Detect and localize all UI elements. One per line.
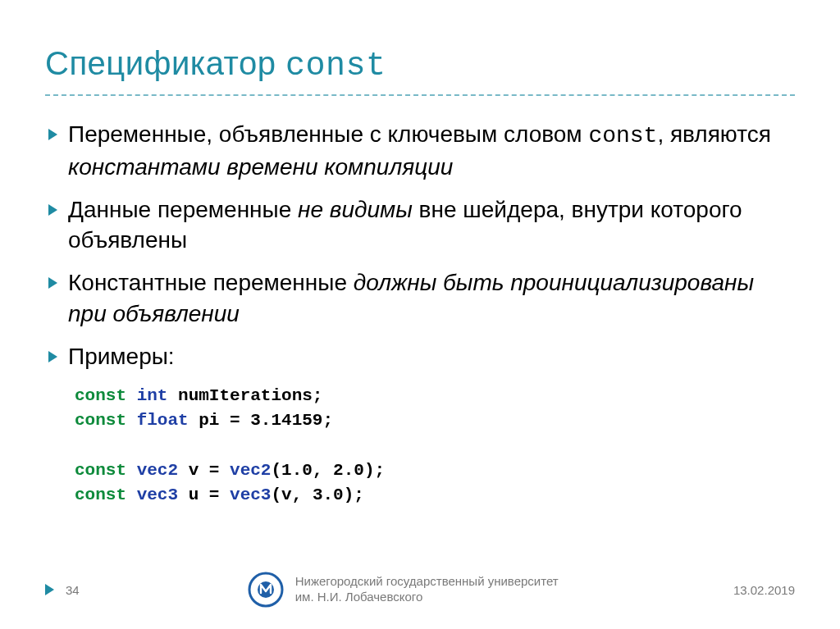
code-rest: (v, 3.0); bbox=[271, 485, 363, 504]
slide-footer: 34 Нижегородский государственный универс… bbox=[0, 572, 840, 608]
emphasis-text: не видимы bbox=[298, 197, 413, 222]
code-rest: u = bbox=[178, 485, 230, 504]
emphasis-text: константами времени компиляции bbox=[68, 154, 453, 180]
university-name-line2: им. Н.И. Лобачевского bbox=[295, 590, 559, 605]
university-name-line1: Нижегородский государственный университе… bbox=[295, 574, 559, 590]
func: vec2 bbox=[230, 461, 271, 480]
bullet-item-4: Примеры: bbox=[45, 341, 795, 372]
page-number: 34 bbox=[66, 583, 80, 597]
text: , являются bbox=[657, 121, 771, 147]
title-text: Спецификатор bbox=[45, 45, 285, 81]
func: vec3 bbox=[230, 485, 271, 504]
text: Переменные, объявленные с ключевым слово… bbox=[68, 121, 588, 147]
footer-left: 34 bbox=[45, 583, 80, 597]
slide: Спецификатор const Переменные, объявленн… bbox=[0, 0, 840, 508]
bullet-item-2: Данные переменные не видимы вне шейдера,… bbox=[45, 194, 795, 257]
code-block: const int numIterations; const float pi … bbox=[75, 384, 795, 508]
title-code: const bbox=[285, 48, 386, 84]
type: vec2 bbox=[137, 461, 178, 480]
text: Константные переменные bbox=[68, 270, 354, 295]
type: float bbox=[137, 411, 189, 430]
text: Данные переменные bbox=[68, 197, 298, 222]
keyword: const bbox=[75, 386, 126, 405]
code-rest: v = bbox=[178, 461, 230, 480]
text: Примеры: bbox=[68, 344, 175, 369]
keyword: const bbox=[75, 461, 126, 480]
code-rest: pi = 3.14159; bbox=[189, 411, 333, 430]
title-divider bbox=[45, 94, 795, 96]
bullet-list: Переменные, объявленные с ключевым слово… bbox=[45, 119, 795, 372]
university-logo-icon bbox=[248, 572, 284, 608]
slide-title: Спецификатор const bbox=[45, 45, 795, 84]
type: vec3 bbox=[137, 485, 178, 504]
code-rest: (1.0, 2.0); bbox=[271, 461, 385, 480]
keyword: const bbox=[75, 411, 126, 430]
type: int bbox=[137, 386, 168, 405]
bullet-item-3: Константные переменные должны быть проин… bbox=[45, 267, 795, 330]
page-arrow-icon bbox=[45, 584, 54, 595]
inline-code: const bbox=[588, 123, 657, 148]
footer-date: 13.02.2019 bbox=[733, 583, 795, 597]
code-rest: numIterations; bbox=[167, 386, 322, 405]
footer-center: Нижегородский государственный университе… bbox=[295, 574, 559, 605]
keyword: const bbox=[75, 485, 126, 504]
bullet-item-1: Переменные, объявленные с ключевым слово… bbox=[45, 119, 795, 183]
